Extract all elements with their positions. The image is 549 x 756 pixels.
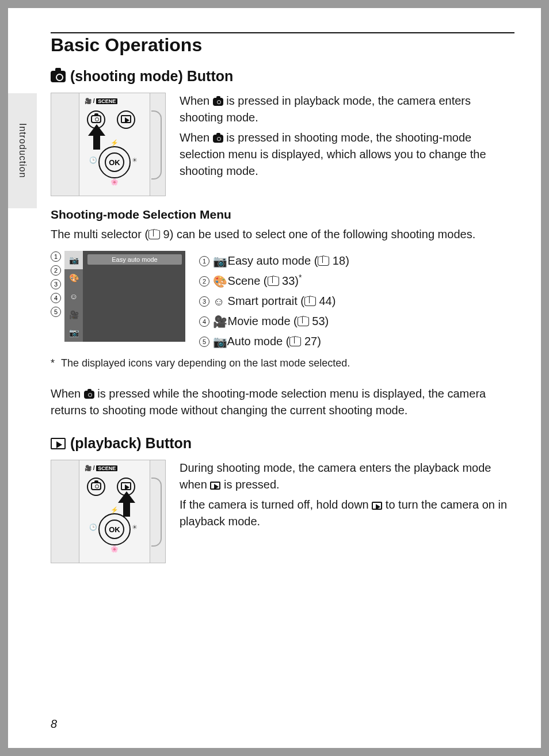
content-area: (shooting mode) Button 🎥 / SCENE OK ⚡ 🕒 … (51, 68, 514, 574)
arrow-up-icon (120, 494, 133, 517)
ok-dial-icon: OK (98, 146, 131, 178)
chapter-side-tab: Introduction (8, 93, 37, 208)
mode-menu-figure: 1 2 3 4 5 📷 🎨 ☺ 🎥 📷 Easy auto mode (51, 251, 185, 342)
mode-item: 3☺ Smart portrait ( 44) (199, 291, 349, 311)
playback-icon (210, 482, 220, 490)
page-title: Basic Operations (51, 35, 202, 56)
mode-item: 2🎨 Scene ( 33)* (199, 271, 349, 291)
playback-icon (51, 438, 66, 449)
ok-dial-icon: OK (98, 513, 131, 545)
selection-menu-intro: The multi selector ( 9) can be used to s… (51, 226, 514, 243)
page-number: 8 (51, 717, 57, 731)
selection-menu-heading: Shooting-mode Selection Menu (51, 208, 514, 222)
playback-icon (372, 502, 382, 510)
title-rule (51, 32, 514, 33)
chapter-label: Introduction (17, 123, 28, 178)
book-ref-icon (289, 338, 301, 346)
mode-list: 1📷 Easy auto mode ( 18) 2🎨 Scene ( 33)* … (199, 251, 349, 352)
camera-icon (213, 98, 223, 106)
arrow-up-icon (90, 127, 103, 150)
book-ref-icon (298, 318, 309, 326)
camera-back-diagram-playback: 🎥 / SCENE OK ⚡ 🕒 ☀ 🌸 (51, 460, 166, 563)
camera-icon (51, 71, 66, 82)
camera-back-diagram-shooting: 🎥 / SCENE OK ⚡ 🕒 ☀ 🌸 (51, 93, 166, 196)
book-ref-icon (304, 298, 316, 306)
shooting-mode-heading: (shooting mode) Button (51, 68, 514, 85)
selection-menu-closing: When is pressed while the shooting-mode … (51, 385, 514, 419)
mode-item: 4🎥 Movie mode ( 53) (199, 311, 349, 331)
playback-text: During shooting mode, the camera enters … (180, 460, 514, 530)
mode-item: 1📷 Easy auto mode ( 18) (199, 251, 349, 271)
camera-icon (213, 135, 223, 143)
playback-heading: (playback) Button (51, 435, 514, 452)
book-ref-icon (268, 278, 279, 286)
mode-item: 5📷 Auto mode ( 27) (199, 331, 349, 352)
mode-menu-block: 1 2 3 4 5 📷 🎨 ☺ 🎥 📷 Easy auto mode (51, 251, 514, 352)
shooting-mode-text: When is pressed in playback mode, the ca… (180, 93, 514, 180)
lcd-preview: 📷 🎨 ☺ 🎥 📷 Easy auto mode (64, 251, 185, 342)
book-ref-icon (318, 258, 329, 266)
footnote: *The displayed icons vary depending on t… (51, 357, 514, 369)
manual-page: Introduction Basic Operations (shooting … (8, 8, 541, 748)
playback-row: 🎥 / SCENE OK ⚡ 🕒 ☀ 🌸 During shooting mod… (51, 460, 514, 563)
shooting-mode-row: 🎥 / SCENE OK ⚡ 🕒 ☀ 🌸 When is pressed in … (51, 93, 514, 196)
camera-icon (84, 391, 94, 399)
book-ref-icon (148, 231, 160, 239)
